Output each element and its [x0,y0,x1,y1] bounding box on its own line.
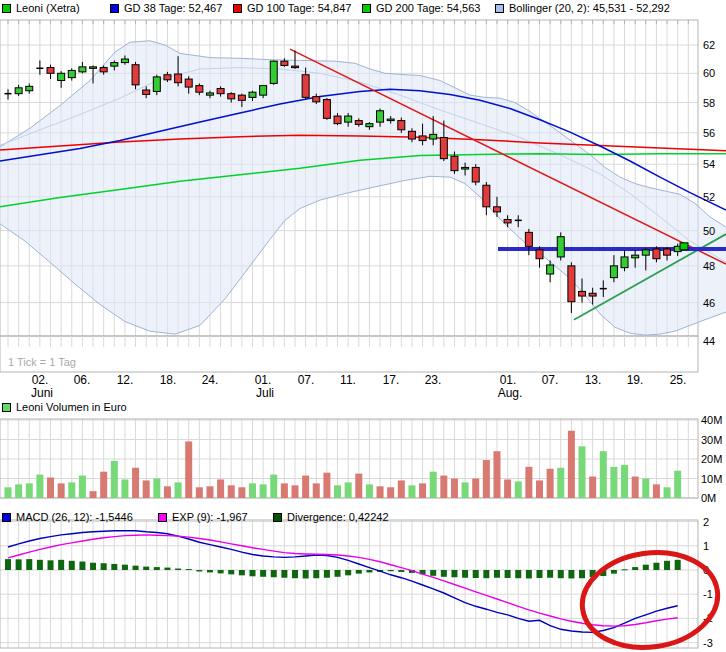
macd-label: MACD (26, 12): -1,5446 [16,511,133,523]
volume-label: Leoni Volumen in Euro [16,401,127,413]
svg-text:01.: 01. [500,373,517,387]
gd200-swatch-icon [362,4,371,13]
svg-text:17.: 17. [383,373,400,387]
svg-text:56: 56 [703,127,715,139]
gd38-swatch-icon [110,4,119,13]
svg-text:13.: 13. [585,373,602,387]
bollinger-label: Bollinger (20, 2): 45,531 - 52,292 [509,2,670,14]
divergence-label: Divergence: 0,42242 [287,511,389,523]
svg-text:50: 50 [703,225,715,237]
divergence-swatch-icon [273,513,282,522]
svg-text:48: 48 [703,260,715,272]
gd38-label: GD 38 Tage: 52,467 [124,2,222,14]
svg-text:Juni: Juni [31,386,53,400]
svg-text:25.: 25. [670,373,687,387]
svg-text:54: 54 [703,158,715,170]
svg-text:46: 46 [703,297,715,309]
annotation-ellipse [576,544,724,652]
macd-y-axis: 210-1-2-3 [703,516,713,649]
svg-text:10M: 10M [701,473,722,485]
leoni-label: Leoni (Xetra) [16,2,80,14]
stock-chart-window: { "window": {"width": 726, "height": 652… [0,0,726,652]
svg-text:24.: 24. [202,373,219,387]
volume-swatch-icon [2,403,11,412]
svg-text:Juli: Juli [256,386,274,400]
svg-text:-1: -1 [703,588,713,600]
volume-y-axis: 40M30M20M10M0M [701,414,722,504]
gd100-label: GD 100 Tage: 54,847 [247,2,351,14]
price-y-axis: 62605856545250484644 [703,39,715,347]
leoni-swatch-icon [2,4,11,13]
svg-text:Aug.: Aug. [498,386,523,400]
svg-text:62: 62 [703,39,715,51]
svg-text:01.: 01. [255,373,272,387]
svg-text:12.: 12. [117,373,134,387]
tick-footnote: 1 Tick = 1 Tag [8,356,76,368]
svg-text:1: 1 [703,540,709,552]
svg-text:44: 44 [703,335,715,347]
svg-text:19.: 19. [627,373,644,387]
date-x-axis: 02.Juni06.12.18.24.01.Juli07.11.17.23.01… [31,373,686,400]
macd-legend: MACD (26, 12): -1,5446 EXP (9): -1,967 D… [0,510,726,526]
svg-text:0M: 0M [701,492,716,504]
price-legend: Leoni (Xetra) GD 38 Tage: 52,467 GD 100 … [0,1,726,17]
bollinger-swatch-icon [495,4,504,13]
svg-text:60: 60 [703,67,715,79]
svg-text:11.: 11. [340,373,356,387]
svg-text:58: 58 [703,97,715,109]
svg-text:18.: 18. [160,373,177,387]
exp-label: EXP (9): -1,967 [172,511,248,523]
divergence-bars [5,559,681,578]
chart-canvas: 6260585654525048464402.Juni06.12.18.24.0… [0,0,726,652]
svg-text:20M: 20M [701,453,722,465]
svg-text:02.: 02. [32,373,49,387]
svg-text:07.: 07. [298,373,315,387]
svg-text:-3: -3 [703,637,713,649]
gd200-label: GD 200 Tage: 54,563 [376,2,480,14]
svg-text:30M: 30M [701,434,722,446]
macd-swatch-icon [2,513,11,522]
gd100-swatch-icon [233,4,242,13]
svg-text:23.: 23. [425,373,442,387]
volume-bars [5,431,682,498]
exp-swatch-icon [158,513,167,522]
svg-text:07.: 07. [542,373,559,387]
svg-text:06.: 06. [74,373,91,387]
svg-text:52: 52 [703,191,715,203]
volume-legend: Leoni Volumen in Euro [0,400,726,416]
last-price-marker [680,243,688,250]
